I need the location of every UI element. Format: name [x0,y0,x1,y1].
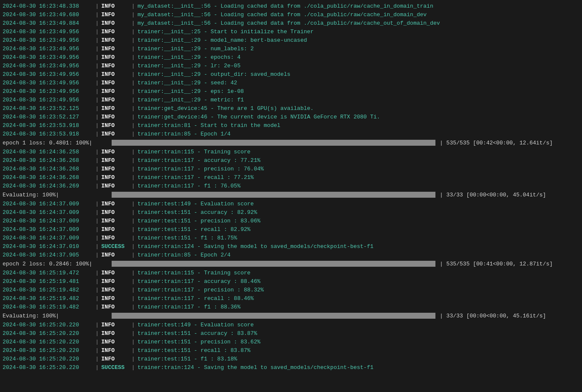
pipe: | [129,183,138,189]
pipe: | [129,364,138,371]
separator: | [93,356,101,362]
log-timestamp: 2024-08-30 16:24:37.009 [0,235,93,241]
log-message: trainer:test:151 - recall : 83.87% [138,347,251,354]
log-line: 2024-08-30 16:23:49.956|INFO|trainer:__i… [0,95,582,104]
pipe: | [129,97,138,103]
log-message: trainer:train:117 - f1 : 88.36% [138,304,241,310]
log-message: trainer:train:117 - accuracy : 77.21% [138,157,261,164]
separator: | [93,209,101,216]
pipe: | [129,131,138,137]
log-level: INFO [101,71,129,78]
pipe: | [129,243,138,250]
log-message: trainer:__init__:29 - epochs: 4 [138,54,241,61]
log-message: trainer:get_device:45 - There are 1 GPU(… [138,105,314,112]
progress-label: epoch 2 loss: 0.2846: 100%| [0,261,112,267]
pipe: | [129,63,138,69]
log-level: INFO [101,304,129,310]
log-timestamp: 2024-08-30 16:23:48.338 [0,3,93,9]
log-timestamp: 2024-08-30 16:23:49.956 [0,46,93,52]
log-line: 2024-08-30 16:25:20.220|INFO|trainer:tes… [0,337,582,346]
pipe: | [129,157,138,164]
log-line: 2024-08-30 16:25:20.220|SUCCESS|trainer:… [0,363,582,372]
log-timestamp: 2024-08-30 16:24:37.009 [0,209,93,216]
log-timestamp: 2024-08-30 16:25:19.482 [0,287,93,293]
log-timestamp: 2024-08-30 16:23:49.956 [0,29,93,35]
log-timestamp: 2024-08-30 16:23:49.956 [0,97,93,103]
log-message: trainer:train:117 - accuracy : 88.46% [138,278,261,285]
log-line: 2024-08-30 16:23:53.918|INFO|trainer:tra… [0,130,582,138]
log-level: INFO [101,218,129,224]
pipe: | [129,71,138,78]
log-timestamp: 2024-08-30 16:23:52.127 [0,114,93,120]
log-line: 2024-08-30 16:23:49.956|INFO|trainer:__i… [0,36,582,44]
separator: | [93,29,101,35]
log-message: trainer:test:151 - f1 : 81.75% [138,235,237,241]
log-message: trainer:train:85 - Epoch 2/4 [138,252,230,258]
log-message: my_dataset:__init__:56 - Loading cached … [138,3,433,9]
log-line: 2024-08-30 16:25:19.481|INFO|trainer:tra… [0,277,582,285]
pipe: | [129,201,138,207]
log-message: trainer:train:115 - Training score [138,149,251,155]
log-level: INFO [101,114,129,120]
log-message: trainer:train:117 - precision : 88.32% [138,287,264,293]
progress-bar-line: epoch 2 loss: 0.2846: 100%|| 535/535 [00… [0,259,582,268]
log-level: INFO [101,287,129,293]
log-message: trainer:train:81 - Start to train the mo… [138,122,280,129]
separator: | [93,201,101,207]
pipe: | [129,270,138,276]
log-line: 2024-08-30 16:24:37.009|INFO|trainer:tes… [0,225,582,233]
log-level: INFO [101,252,129,258]
log-level: INFO [101,149,129,155]
log-line: 2024-08-30 16:23:49.956|INFO|trainer:__i… [0,44,582,53]
log-level: INFO [101,105,129,112]
log-message: trainer:test:149 - Evaluation score [138,322,254,328]
log-timestamp: 2024-08-30 16:25:19.472 [0,270,93,276]
log-message: trainer:train:115 - Training score [138,270,251,276]
log-line: 2024-08-30 16:23:48.338|INFO|my_dataset:… [0,2,582,10]
pipe: | [129,304,138,310]
progress-bar-container [112,261,435,267]
log-line: 2024-08-30 16:25:20.220|INFO|trainer:tes… [0,346,582,355]
log-timestamp: 2024-08-30 16:23:49.956 [0,37,93,43]
pipe: | [129,80,138,86]
progress-stats: | 33/33 [00:00<00:00, 45.16it/s] [435,313,549,319]
log-message: trainer:__init__:29 - model_name: bert-b… [138,37,307,43]
log-level: INFO [101,131,129,137]
pipe: | [129,218,138,224]
log-timestamp: 2024-08-30 16:23:49.680 [0,12,93,18]
log-message: trainer:test:151 - precision : 83.06% [138,218,261,224]
log-timestamp: 2024-08-30 16:23:49.956 [0,80,93,86]
log-message: trainer:train:117 - recall : 88.46% [138,295,254,302]
separator: | [93,174,101,181]
log-timestamp: 2024-08-30 16:23:53.918 [0,122,93,129]
progress-bar-fill [112,261,435,267]
log-line: 2024-08-30 16:23:49.956|INFO|trainer:__i… [0,27,582,36]
separator: | [93,166,101,172]
pipe: | [129,3,138,9]
log-line: 2024-08-30 16:24:37.009|INFO|trainer:tes… [0,216,582,225]
separator: | [93,149,101,155]
progress-label: Evaluating: 100%| [0,192,112,198]
progress-bar-line: Evaluating: 100%|| 33/33 [00:00<00:00, 4… [0,311,582,320]
log-line: 2024-08-30 16:25:20.220|INFO|trainer:tes… [0,329,582,337]
log-level: INFO [101,174,129,181]
terminal: 2024-08-30 16:23:48.338|INFO|my_dataset:… [0,0,582,392]
log-level: INFO [101,330,129,337]
log-level: INFO [101,46,129,52]
separator: | [93,157,101,164]
log-message: trainer:__init__:29 - seed: 42 [138,80,237,86]
log-level: INFO [101,80,129,86]
log-message: trainer:train:117 - precision : 76.04% [138,166,264,172]
separator: | [93,46,101,52]
log-level: INFO [101,295,129,302]
log-message: trainer:train:117 - f1 : 76.05% [138,183,241,189]
pipe: | [129,29,138,35]
separator: | [93,80,101,86]
log-timestamp: 2024-08-30 16:24:36.268 [0,174,93,181]
pipe: | [129,235,138,241]
log-level: INFO [101,63,129,69]
separator: | [93,322,101,328]
log-line: 2024-08-30 16:24:37.009|INFO|trainer:tes… [0,233,582,242]
log-level: INFO [101,88,129,95]
separator: | [93,364,101,371]
